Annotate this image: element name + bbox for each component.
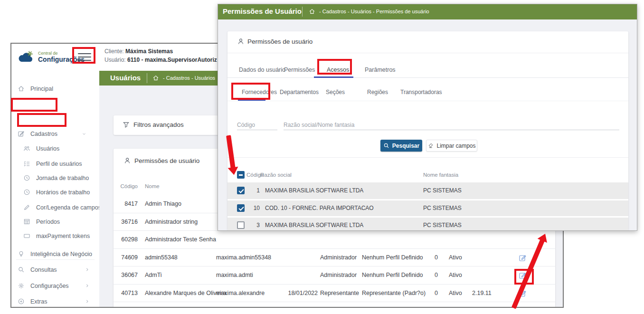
breadcrumb: - Cadastros - Usuários - Permissões de u… bbox=[319, 9, 429, 14]
chevron-right-icon bbox=[85, 252, 89, 256]
dialog-titlebar: Permissões de Usuário - Cadastros - Usuá… bbox=[218, 4, 637, 19]
cell-tipo: Representante bbox=[320, 285, 359, 303]
sidebar-item-jornada[interactable]: Jornada de trabalho bbox=[11, 172, 99, 185]
tab-parametros[interactable]: Parâmetros bbox=[365, 67, 396, 73]
home-icon[interactable] bbox=[309, 8, 315, 15]
cell-codigo: 3 bbox=[242, 218, 260, 230]
annotation-box-usuarios bbox=[17, 113, 66, 127]
cell-codigo: 8417 bbox=[116, 195, 138, 213]
sidebar-item-extras[interactable]: Extras bbox=[11, 296, 99, 308]
active-tab-underline bbox=[314, 76, 353, 78]
cell-codigo: 60298 bbox=[116, 231, 138, 249]
subtab-secoes[interactable]: Seções bbox=[326, 89, 345, 95]
table-row[interactable]: 74609 admin55348 maxima.admin55348 Admin… bbox=[114, 249, 555, 267]
cell-perfil: Nenhum Perfil Definido bbox=[362, 266, 423, 285]
sidebar-item-periodos[interactable]: Períodos bbox=[11, 216, 99, 228]
supplier-row[interactable]: 1 MAXIMA BRASILIA SOFTWARE LTDA PC SISTE… bbox=[227, 182, 628, 199]
card-title: Permissões de usuário bbox=[134, 157, 199, 164]
sidebar-item-label: Cadastros bbox=[30, 131, 57, 137]
edit-icon[interactable] bbox=[519, 307, 527, 308]
cell-razao-social: COD. 10 - FORNEC. PARA IMPORTACAO bbox=[265, 200, 374, 216]
subtab-departamentos[interactable]: Departamentos bbox=[280, 89, 319, 95]
breadcrumb: - Cadastros - Usuários bbox=[163, 75, 215, 81]
session-info: Cliente: Máxima Sistemas Usuário: 6110 -… bbox=[104, 47, 217, 64]
cell-status: Ativo bbox=[449, 285, 462, 303]
cell-nome-fantasia: PC SISTEMAS bbox=[423, 182, 462, 199]
pesquisar-button[interactable]: Pesquisar bbox=[380, 140, 422, 152]
sidebar-item-label: Inteligência de Negócio bbox=[30, 251, 92, 257]
table-row[interactable]: 36067 AdmTi maxima.admti Administrador N… bbox=[114, 266, 555, 285]
sidebar-item-label: Jornada de trabalho bbox=[36, 175, 89, 181]
sidebar-item-label: Consultas bbox=[30, 266, 57, 273]
suppliers-table-header: Código Razão social Nome fantasia bbox=[227, 169, 628, 181]
cell-versao: 3.2.0-beta bbox=[472, 302, 499, 308]
cell-perfil: Nenhum Perfil Definido bbox=[362, 249, 423, 267]
cell-nome: Administrador Teste Senha bbox=[145, 231, 216, 249]
search-icon bbox=[383, 143, 389, 149]
cell-status: Inativo bbox=[449, 302, 466, 308]
cell-qtd: 0 bbox=[420, 249, 438, 267]
divider bbox=[227, 157, 628, 158]
cell-codigo: 1 bbox=[242, 182, 260, 199]
codigo-input[interactable] bbox=[237, 120, 277, 130]
edit-icon[interactable] bbox=[519, 254, 527, 262]
cell-qtd: 0 bbox=[420, 266, 438, 285]
tab-dados-do-usuario[interactable]: Dados do usuário bbox=[239, 67, 285, 73]
gear-icon bbox=[18, 282, 25, 289]
sidebar-item-label: Usuários bbox=[36, 145, 59, 152]
cell-data: 18/01/2022 bbox=[280, 285, 318, 303]
sidebar-item-label: Extras bbox=[30, 298, 47, 305]
client-value: Máxima Sistemas bbox=[125, 48, 173, 55]
col-header-codigo: Código bbox=[116, 177, 138, 195]
sidebar-item-inteligencia[interactable]: Inteligência de Negócio bbox=[11, 248, 99, 261]
person-icon bbox=[123, 157, 131, 164]
sidebar-item-consultas[interactable]: Consultas bbox=[11, 264, 99, 276]
tab-permissoes[interactable]: Permissões bbox=[284, 67, 315, 73]
sidebar-item-maxpayment[interactable]: maxPayment tokens bbox=[11, 230, 99, 243]
supplier-row[interactable]: 10 COD. 10 - FORNEC. PARA IMPORTACAO PC … bbox=[227, 200, 628, 216]
user-value: 6110 - maxima.SupervisorAutoriz bbox=[127, 57, 217, 63]
cell-codigo: 74609 bbox=[116, 249, 138, 267]
table-row[interactable]: 12966 Alify maxima.alify1 12/08/2020 Rep… bbox=[114, 302, 555, 308]
chevron-down-icon bbox=[82, 132, 86, 136]
plus-circle-icon bbox=[18, 298, 25, 305]
sidebar-item-principal[interactable]: Principal bbox=[11, 83, 99, 95]
sidebar-item-horarios[interactable]: Horários de trabalho bbox=[11, 187, 99, 199]
subtab-regioes[interactable]: Regiões bbox=[367, 89, 388, 95]
sidebar-item-cor-legenda[interactable]: Cor/Legenda de campos bbox=[11, 202, 99, 214]
cell-codigo: 12966 bbox=[116, 302, 138, 308]
cell-login: maxima.alify1 bbox=[216, 302, 252, 308]
table-row[interactable]: 60298 Administrador Teste Senha bbox=[114, 231, 555, 249]
dialog-card: Permissões de usuário Dados do usuário P… bbox=[227, 31, 628, 230]
pesquisar-label: Pesquisar bbox=[392, 143, 419, 149]
clock-icon bbox=[23, 174, 30, 181]
cell-nome: Alexandre Marques de Oliveira bbox=[145, 285, 227, 303]
razao-social-input[interactable] bbox=[284, 120, 619, 130]
advanced-filters-title: Filtros avançados bbox=[133, 121, 184, 128]
card-icon bbox=[23, 232, 30, 239]
sidebar-item-label: Cor/Legenda de campos bbox=[36, 204, 101, 211]
sidebar-item-configuracoes[interactable]: Configurações bbox=[11, 280, 99, 293]
dialog-card-title: Permissões de usuário bbox=[247, 38, 313, 45]
supplier-row[interactable]: 3 MAXIMA BRASILIA SOFTWARE LTDA PC SISTE… bbox=[227, 218, 628, 230]
eraser-icon bbox=[427, 143, 434, 149]
col-header-nome-fantasia: Nome fantasia bbox=[423, 172, 458, 178]
home-icon[interactable] bbox=[152, 75, 159, 81]
sidebar-item-perfil-usuarios[interactable]: Perfil de usuários bbox=[11, 158, 99, 171]
cell-perfil: Representante (Padr?o) bbox=[362, 302, 426, 308]
limpar-campos-button[interactable]: Limpar campos bbox=[426, 140, 477, 152]
table-icon bbox=[23, 218, 30, 225]
annotation-box-menu-toggle bbox=[72, 47, 95, 64]
sidebar-item-usuarios[interactable]: Usuários bbox=[11, 143, 99, 155]
subtab-transportadoras[interactable]: Transportadoras bbox=[400, 89, 442, 95]
logo-line1: Central de bbox=[38, 51, 58, 56]
page-title: Usuários bbox=[110, 74, 141, 82]
cell-versao: 2.19.11 bbox=[472, 285, 492, 303]
cell-status: Ativo bbox=[449, 249, 462, 267]
table-row-alexandre[interactable]: 40713 Alexandre Marques de Oliveira maxi… bbox=[114, 285, 555, 303]
col-header-razao-social: Razão social bbox=[260, 172, 292, 178]
sidebar-item-label: Principal bbox=[30, 86, 53, 92]
sidebar-item-label: Períodos bbox=[36, 219, 60, 225]
checklist-icon bbox=[23, 160, 30, 167]
sidebar-item-cadastros[interactable]: Cadastros bbox=[11, 128, 99, 141]
